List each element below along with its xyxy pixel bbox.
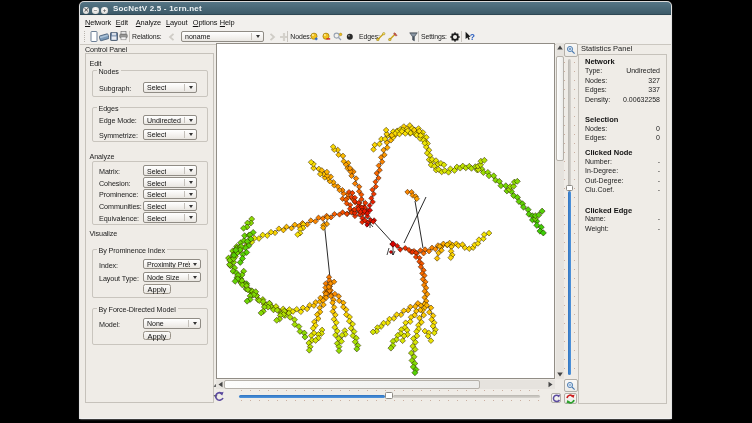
svg-text:?: ? bbox=[470, 32, 475, 42]
